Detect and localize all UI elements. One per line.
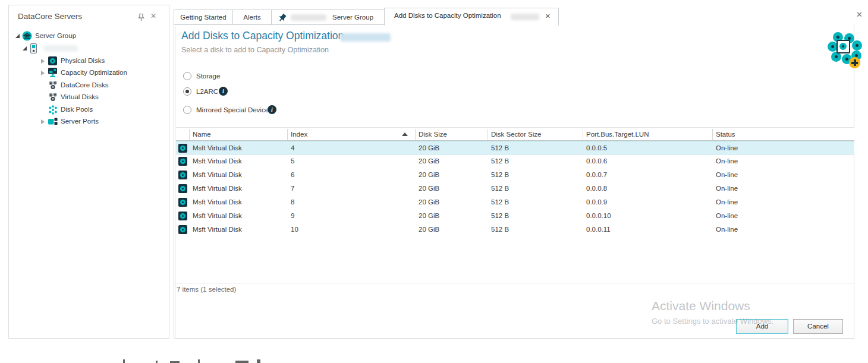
cell-sector: 512 B: [491, 223, 509, 236]
cropped-text-artifact: [198, 359, 200, 363]
table-row[interactable]: Msft Virtual Disk 4 20 GiB 512 B 0.0.0.5…: [176, 141, 854, 154]
cell-name: Msft Virtual Disk: [193, 209, 242, 222]
cell-sector: 512 B: [491, 141, 509, 154]
close-window-icon[interactable]: ✕: [856, 10, 863, 19]
radio-storage-label[interactable]: Storage: [196, 72, 220, 80]
column-header-status[interactable]: Status: [716, 128, 735, 141]
tab-add-disks-active[interactable]: Add Disks to Capacity Optimization ✕: [384, 8, 559, 26]
cell-size: 20 GiB: [419, 182, 439, 195]
radio-l2arc[interactable]: [183, 87, 191, 96]
table-row[interactable]: Msft Virtual Disk 9 20 GiB 512 B 0.0.0.1…: [176, 209, 854, 223]
table-row[interactable]: Msft Virtual Disk 5 20 GiB 512 B 0.0.0.6…: [176, 154, 854, 168]
redacted-text: [340, 33, 391, 42]
radio-mirrored-special-device[interactable]: [183, 106, 191, 114]
cell-size: 20 GiB: [419, 195, 439, 209]
close-tab-icon[interactable]: ✕: [545, 12, 551, 20]
disk-icon: [178, 144, 187, 153]
cell-status: On-line: [716, 223, 738, 236]
cell-lun: 0.0.0.5: [586, 141, 607, 154]
cell-index: 7: [291, 182, 294, 195]
cell-status: On-line: [716, 195, 738, 209]
panel-title: DataCore Servers: [18, 12, 82, 21]
table-row[interactable]: Msft Virtual Disk 10 20 GiB 512 B 0.0.0.…: [176, 223, 854, 236]
add-plus-icon: [849, 57, 860, 68]
disk-icon: [178, 157, 187, 166]
expander-open-icon[interactable]: [15, 34, 20, 38]
radio-storage[interactable]: [183, 72, 191, 80]
expander-closed-icon[interactable]: [41, 71, 45, 75]
info-icon[interactable]: i: [219, 87, 228, 96]
column-header-lun[interactable]: Port.Bus.Target.LUN: [586, 128, 649, 141]
virtual-disks-icon: [48, 93, 58, 105]
cell-size: 20 GiB: [419, 209, 439, 222]
column-header-name[interactable]: Name: [193, 128, 211, 141]
disk-icon: [836, 40, 850, 53]
cell-lun: 0.0.0.7: [586, 168, 607, 181]
tree-item-label: Virtual Disks: [61, 91, 99, 103]
tab-label: Alerts: [243, 14, 260, 21]
tree-item-label: Server Group: [35, 30, 76, 42]
server-ports-icon: [48, 117, 58, 130]
items-count-label: 7 items (1 selected): [177, 286, 236, 293]
table-row[interactable]: Msft Virtual Disk 6 20 GiB 512 B 0.0.0.7…: [176, 168, 854, 182]
cell-sector: 512 B: [491, 209, 509, 222]
physical-disk-icon: [48, 56, 57, 65]
datacore-disks-icon: [48, 81, 58, 93]
cell-name: Msft Virtual Disk: [193, 182, 242, 195]
cell-size: 20 GiB: [419, 154, 439, 168]
disk-pools-icon: [48, 105, 58, 118]
cell-lun: 0.0.0.6: [586, 154, 607, 168]
disk-icon: [178, 198, 187, 207]
column-header-index[interactable]: Index: [291, 128, 307, 141]
radio-l2arc-label[interactable]: L2ARC: [196, 88, 218, 95]
tab-alerts[interactable]: Alerts: [232, 10, 272, 25]
close-panel-icon[interactable]: ✕: [150, 12, 156, 20]
tree-item-label: Capacity Optimization: [61, 67, 127, 78]
tree-item-label: DataCore Disks: [61, 80, 109, 91]
radio-mirrored-label[interactable]: Mirrored Special Device: [196, 106, 269, 113]
cell-lun: 0.0.0.9: [586, 195, 607, 209]
tree-item-label: Server Ports: [61, 116, 99, 127]
cell-name: Msft Virtual Disk: [193, 168, 242, 181]
cell-lun: 0.0.0.8: [586, 182, 607, 195]
cell-sector: 512 B: [491, 168, 509, 181]
cell-status: On-line: [716, 209, 738, 222]
cell-size: 20 GiB: [419, 141, 439, 154]
cell-sector: 512 B: [491, 182, 509, 195]
expander-closed-icon[interactable]: [41, 119, 45, 124]
expander-closed-icon[interactable]: [41, 59, 45, 64]
cropped-text-artifact: [123, 359, 125, 363]
cropped-text-artifact: [257, 359, 260, 363]
cell-index: 6: [291, 168, 294, 181]
cropped-text-artifact: [156, 361, 158, 363]
tree-item-label: Disk Pools: [61, 104, 93, 115]
add-button[interactable]: Add: [736, 319, 788, 334]
cell-lun: 0.0.0.10: [586, 209, 611, 222]
table-row[interactable]: Msft Virtual Disk 7 20 GiB 512 B 0.0.0.8…: [176, 182, 854, 195]
info-icon[interactable]: i: [268, 105, 276, 114]
cell-name: Msft Virtual Disk: [193, 223, 242, 236]
tab-getting-started[interactable]: Getting Started: [174, 10, 233, 25]
tree-item-label: Physical Disks: [61, 55, 105, 67]
datacore-servers-panel: DataCore Servers ✕ Server Group Physical…: [8, 5, 169, 339]
cell-index: 9: [291, 209, 294, 222]
cell-name: Msft Virtual Disk: [193, 141, 242, 154]
column-header-sector-size[interactable]: Disk Sector Size: [491, 128, 541, 141]
table-header: Name Index Disk Size Disk Sector Size Po…: [176, 127, 854, 141]
cell-status: On-line: [716, 141, 738, 154]
cancel-button[interactable]: Cancel: [793, 319, 843, 334]
cell-sector: 512 B: [491, 195, 509, 209]
cell-size: 20 GiB: [419, 223, 439, 236]
page-subtitle: Select a disk to add to Capacity Optimiz…: [181, 46, 329, 54]
server-icon: [30, 43, 37, 53]
table-row[interactable]: Msft Virtual Disk 8 20 GiB 512 B 0.0.0.9…: [176, 195, 854, 209]
expander-open-icon[interactable]: [23, 46, 27, 50]
column-header-disk-size[interactable]: Disk Size: [419, 128, 447, 141]
tab-server-group[interactable]: Server Group: [271, 10, 385, 25]
pin-icon[interactable]: [137, 13, 146, 21]
cell-index: 8: [291, 195, 294, 209]
cell-status: On-line: [716, 168, 738, 181]
add-disks-logo-icon: [828, 32, 862, 70]
server-group-icon: [22, 31, 32, 45]
tab-label: Add Disks to Capacity Optimization: [394, 12, 501, 19]
